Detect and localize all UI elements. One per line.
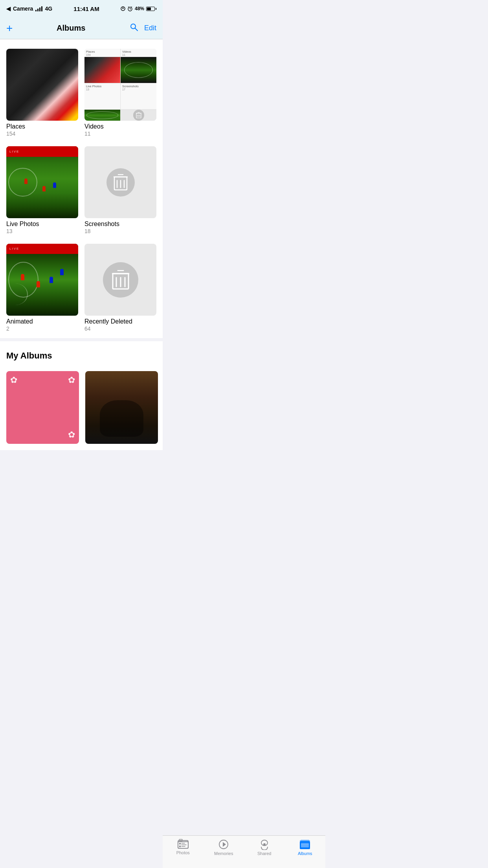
album-name-animated: Animated xyxy=(6,318,78,325)
status-right: 48% xyxy=(121,6,156,11)
album-count-animated: 2 xyxy=(6,326,78,332)
my-album-thumbnail-2[interactable] xyxy=(85,371,158,444)
album-thumbnail-animated[interactable]: LIVE xyxy=(6,244,78,316)
album-name-places: Places xyxy=(6,123,78,130)
my-album-cell-2[interactable] xyxy=(82,368,158,450)
album-cell-live-photos[interactable]: LIVE Live Photos 13 xyxy=(6,143,81,241)
search-button[interactable] xyxy=(129,22,139,34)
album-name-screenshots: Screenshots xyxy=(84,221,156,228)
carrier-icon: ◀ xyxy=(6,6,11,12)
nav-right-actions: Edit xyxy=(129,22,156,34)
main-content: Places 154 Places 154 Videos 11 xyxy=(0,39,163,485)
nav-bar: + Albums Edit xyxy=(0,17,163,39)
album-thumbnail-recently-deleted[interactable] xyxy=(84,244,156,316)
status-time: 11:41 AM xyxy=(73,6,99,12)
add-button[interactable]: + xyxy=(6,23,13,34)
my-album-cell-1[interactable]: ✿ ✿ ✿ xyxy=(6,368,82,450)
my-albums-grid: ✿ ✿ ✿ xyxy=(0,365,163,450)
album-thumbnail-places[interactable] xyxy=(6,49,78,121)
album-name-videos: Videos xyxy=(84,123,156,130)
location-icon xyxy=(121,6,125,11)
svg-line-5 xyxy=(128,7,129,7)
my-albums-title: My Albums xyxy=(6,351,52,360)
album-thumbnail-live-photos[interactable]: LIVE xyxy=(6,146,78,218)
svg-point-7 xyxy=(131,24,136,29)
signal-bars xyxy=(35,6,42,11)
album-count-videos: 11 xyxy=(84,131,156,137)
album-cell-videos[interactable]: Places 154 Videos 11 xyxy=(81,46,156,143)
status-bar: ◀ Camera 4G 11:41 AM 48% xyxy=(0,0,163,17)
album-name-live-photos: Live Photos xyxy=(6,221,78,228)
alarm-icon xyxy=(127,6,133,11)
svg-line-6 xyxy=(131,7,132,7)
album-cell-places[interactable]: Places 154 xyxy=(6,46,81,143)
album-thumbnail-screenshots[interactable] xyxy=(84,146,156,218)
album-count-live-photos: 13 xyxy=(6,228,78,234)
battery-percent: 48% xyxy=(135,6,144,11)
media-types-grid: Places 154 Places 154 Videos 11 xyxy=(0,39,163,338)
album-name-recently-deleted: Recently Deleted xyxy=(84,318,156,325)
page-title: Albums xyxy=(57,24,85,33)
battery-indicator xyxy=(146,7,156,11)
album-thumbnail-videos[interactable]: Places 154 Videos 11 xyxy=(84,49,156,121)
album-count-recently-deleted: 64 xyxy=(84,326,156,332)
carrier-name: Camera xyxy=(13,6,33,12)
album-cell-recently-deleted[interactable]: Recently Deleted 64 xyxy=(81,241,156,338)
edit-button[interactable]: Edit xyxy=(144,24,156,32)
app-container: ◀ Camera 4G 11:41 AM 48% xyxy=(0,0,163,485)
my-albums-section-header: My Albums xyxy=(0,338,163,365)
status-left: ◀ Camera 4G xyxy=(6,6,52,12)
svg-line-8 xyxy=(135,28,138,31)
network-type: 4G xyxy=(45,6,52,12)
my-album-thumbnail-1[interactable]: ✿ ✿ ✿ xyxy=(6,371,79,444)
album-count-screenshots: 18 xyxy=(84,228,156,234)
album-count-places: 154 xyxy=(6,131,78,137)
album-cell-animated[interactable]: LIVE Animated 2 xyxy=(6,241,81,338)
album-cell-screenshots[interactable]: Screenshots 18 xyxy=(81,143,156,241)
